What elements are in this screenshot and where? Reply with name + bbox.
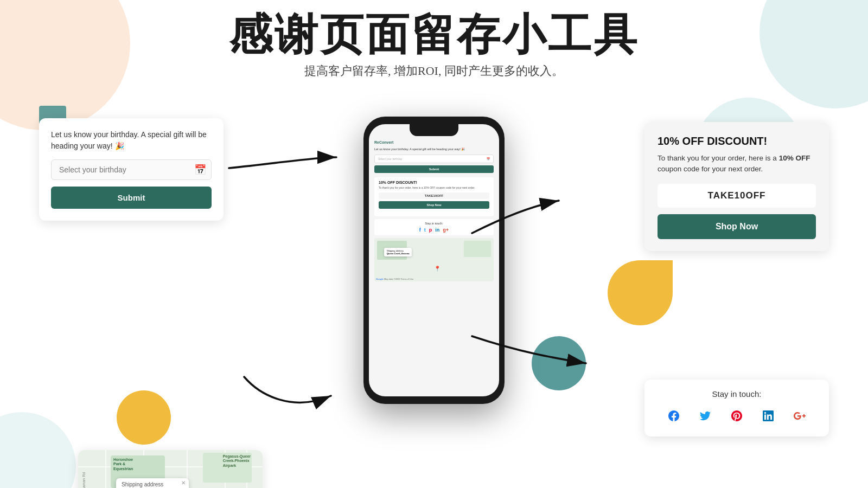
phone-social-title: Stay in touch: (379, 222, 489, 225)
discount-desc-prefix: To thank you for your order, here is a (658, 154, 779, 162)
phone-submit-btn: Submit (374, 165, 494, 173)
phone-map-mini: Shipping address Queen Creek, Arizona 📍 … (374, 238, 494, 281)
twitter-icon[interactable] (695, 406, 715, 426)
social-icons-row (658, 406, 816, 426)
phone-screen: ReConvert Let us know your birthday. A s… (369, 124, 499, 396)
phone-social-icons: f t p in g+ (379, 227, 489, 233)
bg-shape-teal-circle-right (532, 336, 586, 390)
discount-title: 10% OFF DISCOUNT! (658, 135, 816, 147)
header: 感谢页面留存小工具 提高客户留存率, 增加ROI, 同时产生更多的收入。 (0, 11, 868, 79)
phone-map-info: Map data ©2022 Terms of Use (384, 278, 413, 280)
popup-label: Shipping address (122, 481, 183, 487)
coupon-code: TAKE10OFF (658, 184, 816, 208)
phone-notch (410, 124, 458, 136)
bg-shape-orange-bottom-left (117, 390, 171, 445)
discount-card: 10% OFF DISCOUNT! To thank you for your … (644, 122, 829, 251)
map-popup: ✕ Shipping address Queen Creek, Arizona (116, 478, 189, 488)
phone-input-placeholder: Select your birthday (378, 157, 402, 160)
linkedin-icon[interactable] (758, 406, 778, 426)
phone-map-attr: Google Map data ©2022 Terms of Use (376, 278, 413, 280)
facebook-icon[interactable] (664, 406, 684, 426)
phone-popup-addr: Queen Creek, Arizona (387, 252, 409, 255)
phone-discount-title: 10% OFF DISCOUNT! (379, 181, 489, 184)
submit-button[interactable]: Submit (51, 187, 212, 209)
phone-content: ReConvert Let us know your birthday. A s… (369, 124, 499, 396)
phone-outer: ReConvert Let us know your birthday. A s… (363, 117, 505, 404)
phone-discount-box: 10% OFF DISCOUNT! To thank you for your … (374, 177, 494, 216)
calendar-icon: 📅 (194, 164, 206, 176)
phone-airport-mini (464, 241, 491, 257)
phone-input-row: Select your birthday 📅 (374, 155, 494, 163)
phone-fb-icon: f (419, 227, 421, 233)
phone-birthday-text: Let us know your birthday. A special gif… (374, 147, 494, 152)
park-label: HorseshoePark &Equestrian (113, 458, 133, 471)
phone-tw-icon: t (424, 227, 426, 233)
phone-popup-mini: Shipping address Queen Creek, Arizona (384, 248, 412, 256)
airport-label: Pegasus-QueerCreek-PhoenixAirpark (223, 454, 251, 468)
social-card: Stay in touch: (644, 380, 829, 436)
phone-coupon: TAKE10OFF (379, 192, 489, 199)
phone-li-icon: in (435, 227, 439, 233)
phone-pin-icon: p (429, 227, 432, 233)
social-title: Stay in touch: (658, 389, 816, 399)
phone-mockup: ReConvert Let us know your birthday. A s… (363, 117, 505, 404)
page-title: 感谢页面留存小工具 (0, 11, 868, 59)
popup-close-icon[interactable]: ✕ (181, 480, 186, 486)
bg-shape-yellow-right (608, 260, 673, 325)
street-label: S Sossaman Rd (82, 472, 86, 488)
phone-social: Stay in touch: f t p in g+ (374, 219, 494, 235)
phone-gp-icon: g+ (443, 227, 449, 233)
birthday-input-wrapper: 📅 (51, 159, 212, 180)
phone-logo: ReConvert (374, 140, 494, 144)
shop-now-button[interactable]: Shop Now (658, 214, 816, 239)
map-road (105, 450, 106, 488)
page-subtitle: 提高客户留存率, 增加ROI, 同时产生更多的收入。 (0, 63, 868, 79)
birthday-message: Let us know your birthday. A special gif… (51, 129, 212, 152)
map-area: HorseshoePark &Equestrian Pegasus-QueerC… (78, 450, 263, 488)
pinterest-icon[interactable] (727, 406, 746, 426)
phone-shop-btn: Shop Now (379, 201, 489, 209)
birthday-card: Let us know your birthday. A special gif… (39, 118, 224, 221)
discount-description: To thank you for your order, here is a 1… (658, 153, 816, 175)
phone-pin-icon: 📍 (434, 266, 441, 272)
phone-calendar-icon: 📅 (487, 157, 490, 160)
birthday-input[interactable] (51, 159, 212, 180)
phone-discount-text: To thank you for your order, here is a 1… (379, 186, 489, 190)
discount-desc-suffix: coupon code for your next order. (658, 165, 763, 173)
phone-google-logo: Google (376, 278, 384, 280)
bg-shape-teal-bottom (0, 412, 76, 488)
discount-desc-bold: 10% OFF (779, 154, 810, 162)
map-card: HorseshoePark &Equestrian Pegasus-QueerC… (78, 450, 263, 488)
googleplus-icon[interactable] (790, 406, 809, 426)
